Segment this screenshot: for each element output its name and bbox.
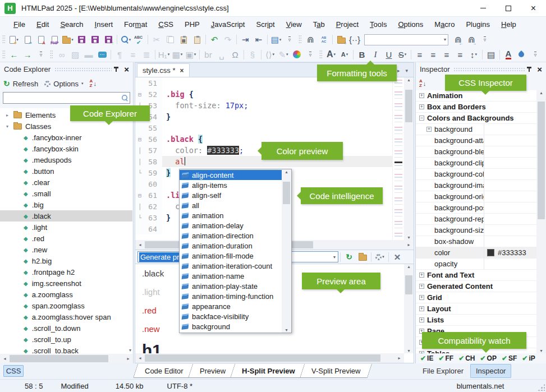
code-snippets-button[interactable]: {··}	[348, 33, 361, 46]
fold-marker[interactable]: ⊟	[135, 89, 144, 100]
tree-item-class[interactable]: ◆ a.zoomglass:hover span	[0, 311, 132, 322]
cut-button[interactable]: ✂	[150, 33, 163, 46]
autocomplete-item[interactable]: animation-duration	[180, 241, 282, 251]
fold-marker[interactable]	[135, 77, 144, 89]
chevron-right-icon[interactable]: ▸	[4, 113, 10, 118]
side-panel-tab[interactable]: File Explorer	[417, 365, 469, 377]
view-mode-tab[interactable]: H-Split Preview	[230, 364, 307, 378]
form-button[interactable]: ▣▾	[184, 48, 198, 61]
property-value[interactable]: #333333	[498, 248, 526, 257]
minimap[interactable]	[392, 77, 404, 240]
inspector-row[interactable]: background-size	[416, 225, 536, 236]
preview-close-button[interactable]: ✕	[391, 251, 404, 263]
inspector-row[interactable]: + Tables	[416, 348, 536, 353]
menu-item[interactable]: Edit	[31, 20, 54, 29]
close-icon[interactable]: ×	[124, 65, 129, 73]
inspector-row[interactable]: color #333333	[416, 247, 536, 259]
font-increase-button[interactable]: A▾	[324, 48, 338, 61]
encoding[interactable]: UTF-8 *	[167, 382, 193, 390]
comment-button[interactable]	[95, 48, 109, 61]
view-mode-tab[interactable]: Preview	[188, 364, 237, 378]
indent-button[interactable]: ⇥	[238, 33, 252, 46]
autocomplete-item[interactable]: appearance	[180, 301, 282, 311]
line-spacing-button[interactable]: ↕▾	[467, 48, 480, 61]
pin-icon[interactable]	[116, 67, 117, 72]
close-button[interactable]: ×	[521, 0, 546, 17]
tree-item-class[interactable]: ◆ .scroll_to.up	[0, 334, 132, 345]
menu-item[interactable]: Plugins	[460, 20, 495, 29]
tree-item-class[interactable]: ◆ .black	[0, 210, 132, 222]
expand-box-icon[interactable]: +	[419, 93, 424, 98]
tree-item-class[interactable]: ◆ .scroll_to.back	[0, 345, 132, 354]
chevron-down-icon[interactable]: ▾	[4, 124, 10, 129]
menu-item[interactable]: View	[281, 20, 308, 29]
menu-item[interactable]: File	[8, 20, 31, 29]
font-color-button[interactable]: A	[502, 48, 515, 61]
navigate-back-button[interactable]: ←	[7, 48, 21, 61]
spell-check-button[interactable]: ABC	[132, 33, 146, 46]
ordered-list-button[interactable]: ≣	[140, 48, 153, 61]
new-php-document-button[interactable]: PHP	[48, 33, 61, 46]
horizontal-rule-icon[interactable]: ▬	[82, 48, 95, 61]
fold-marker[interactable]: │	[135, 156, 144, 167]
code-text[interactable]: .big {	[162, 90, 414, 99]
code-text[interactable]: font-size: 17px;	[162, 101, 414, 110]
autocomplete-item[interactable]: animation-name	[180, 271, 282, 281]
maximize-button[interactable]	[495, 0, 521, 17]
fold-marker[interactable]: └	[135, 212, 144, 223]
inspector-row[interactable]: + Generated Content	[416, 281, 536, 292]
inspector-row[interactable]: background-color	[416, 169, 536, 180]
justify-button[interactable]: ≡	[453, 48, 467, 61]
autocomplete-item[interactable]: animation-play-state	[180, 281, 282, 291]
link-icon[interactable]: ∞	[55, 48, 68, 61]
sort-button[interactable]: AZ↓	[419, 79, 426, 88]
pilcrow-button[interactable]: ¶	[113, 48, 126, 61]
inspector-row[interactable]: opacity	[416, 259, 536, 270]
inspector-row[interactable]: background-origin	[416, 191, 536, 202]
inspector-row[interactable]: background-position	[416, 202, 536, 214]
menu-item[interactable]: JavaScript	[205, 20, 251, 29]
tree-item-class[interactable]: ◆ .fancybox-skin	[0, 143, 132, 154]
search-button[interactable]: ▾	[119, 33, 132, 46]
inspector-row[interactable]: + Grid	[416, 292, 536, 303]
tree-item-class[interactable]: ◆ .clear	[0, 177, 132, 188]
align-right-button[interactable]: ≡	[440, 48, 453, 61]
inspector-row[interactable]: + Layout	[416, 303, 536, 315]
code-text[interactable]: }	[162, 112, 414, 121]
menu-item[interactable]: Search	[54, 20, 89, 29]
expand-box-icon[interactable]: +	[419, 284, 424, 289]
frameset-button[interactable]: ▤▾	[269, 33, 283, 46]
toolbar-overflow-button[interactable]: ▿	[529, 48, 542, 61]
unordered-list-button[interactable]: ≡	[126, 48, 140, 61]
align-left-button[interactable]: ≡	[413, 48, 426, 61]
minimize-button[interactable]	[470, 0, 495, 17]
inspector-row[interactable]: background-attachment	[416, 135, 536, 146]
autocomplete-item[interactable]: all	[180, 200, 282, 210]
sort-button[interactable]: AZ↓	[90, 79, 97, 88]
paste-button[interactable]: ▤	[177, 33, 190, 46]
menu-item[interactable]: Script	[250, 20, 280, 29]
tree-item-class[interactable]: ◆ .meduspods	[0, 154, 132, 165]
fold-marker[interactable]: │	[135, 201, 144, 212]
autocomplete-item[interactable]: animation-delay	[180, 220, 282, 230]
autocomplete-item[interactable]: align-self	[180, 190, 282, 200]
toolbar-overflow-button[interactable]: ▿	[304, 48, 317, 61]
redo-button[interactable]: ↷	[221, 33, 235, 46]
toolbar-overflow-button[interactable]: ▿	[283, 33, 296, 46]
tree-item-class[interactable]: ◆ .fancybox-inner	[0, 132, 132, 143]
toolbar-overflow-button[interactable]: ▿	[478, 33, 492, 46]
autocomplete-item[interactable]: animation-iteration-count	[180, 261, 282, 271]
menu-item[interactable]: Tools	[364, 20, 392, 29]
fold-marker[interactable]: ⊟	[135, 190, 144, 201]
menu-item[interactable]: Project	[331, 20, 364, 29]
inspector-row[interactable]: + background	[416, 124, 536, 135]
preview-v-scrollbar[interactable]: ▴ ▾	[404, 264, 414, 353]
paragraph-style-button[interactable]: ▤	[484, 48, 498, 61]
underline-button[interactable]: U	[382, 48, 396, 61]
expand-box-icon[interactable]: +	[419, 306, 424, 311]
code-line[interactable]: └ 54 }	[135, 111, 414, 122]
expand-box-icon[interactable]: −	[419, 116, 424, 121]
code-line[interactable]: │ 53 font-size: 17px;	[135, 100, 414, 111]
open-file-button[interactable]: ▾	[61, 33, 75, 46]
undo-button[interactable]: ↶	[208, 33, 221, 46]
